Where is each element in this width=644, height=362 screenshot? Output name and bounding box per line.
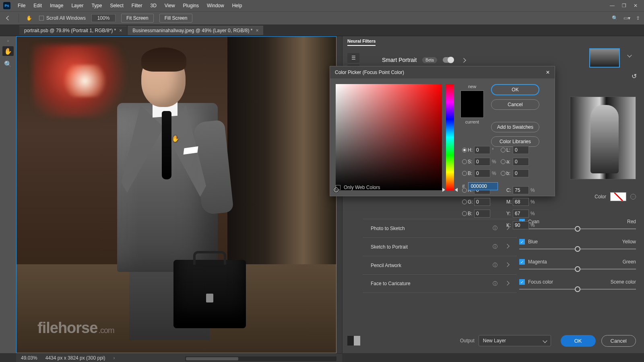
m-field[interactable]: 68 [513, 198, 529, 206]
maximize-icon[interactable]: ❐ [622, 3, 626, 8]
menu-window[interactable]: Window [204, 1, 227, 10]
c-field[interactable]: 75 [513, 186, 529, 194]
bv-field[interactable]: 0 [474, 169, 490, 177]
workspace-icon[interactable]: ▭▾ [623, 15, 630, 21]
fit-screen-button[interactable]: Fit Screen [121, 14, 154, 23]
cancel-button[interactable]: Cancel [601, 335, 636, 347]
panel-tab-neural-filters[interactable]: Neural Filters [347, 39, 376, 46]
home-back-button[interactable] [4, 14, 13, 23]
slider-knob[interactable] [575, 246, 580, 252]
menu-plugins[interactable]: Plugins [180, 1, 202, 10]
chevron-right-icon[interactable] [506, 243, 509, 250]
fill-screen-button[interactable]: Fill Screen [159, 14, 193, 23]
picker-cancel-button[interactable]: Cancel [491, 99, 539, 110]
share-icon[interactable]: ⇪ [636, 15, 640, 21]
radio-h[interactable] [462, 148, 467, 152]
minimize-icon[interactable]: — [610, 3, 615, 8]
menu-view[interactable]: View [161, 1, 178, 10]
filter-pencil-artwork[interactable]: Pencil Artwork ⓘ [363, 256, 517, 274]
a-field[interactable]: 0 [513, 158, 529, 166]
checkbox-icon[interactable]: ✓ [519, 279, 525, 285]
chevron-right-icon[interactable] [506, 280, 509, 287]
filter-face-to-caricature[interactable]: Face to Caricature ⓘ [363, 274, 517, 293]
l-field[interactable]: 0 [513, 146, 529, 154]
status-dimensions: 4434 px x 3824 px (300 ppi) [45, 355, 105, 361]
radio-a[interactable] [501, 159, 506, 164]
menu-help[interactable]: Help [229, 1, 246, 10]
info-icon[interactable]: ⓘ [493, 243, 497, 250]
menu-select[interactable]: Select [107, 1, 126, 10]
ok-button[interactable]: OK [561, 335, 596, 347]
tab-close-icon[interactable]: × [256, 28, 258, 33]
color-libraries-button[interactable]: Color Libraries [491, 136, 539, 147]
new-label: new [468, 84, 476, 89]
slider-knob[interactable] [575, 226, 580, 232]
hex-field[interactable]: 000000 [468, 182, 498, 190]
watermark: filehorse.com [37, 319, 114, 337]
menu-type[interactable]: Type [88, 1, 105, 10]
search-icon[interactable]: 🔍 [612, 15, 618, 21]
document-canvas[interactable]: ✋ filehorse.com [16, 36, 336, 353]
tab-portrait[interactable]: portrait.psb @ 79.8% (Portrait 1, RGB/8*… [19, 26, 127, 35]
zoom-tool[interactable]: 🔍 [2, 59, 14, 69]
menu-edit[interactable]: Edit [30, 1, 45, 10]
slider-magenta-green[interactable]: ✓MagentaGreen [519, 259, 636, 271]
menu-layer[interactable]: Layer [68, 1, 87, 10]
slider-knob[interactable] [575, 286, 580, 292]
radio-l[interactable] [501, 148, 506, 152]
document-tabs: portrait.psb @ 79.8% (Portrait 1, RGB/8*… [0, 25, 644, 36]
checkbox-icon[interactable]: ✓ [519, 259, 525, 265]
thumbnail-dropdown-icon[interactable] [628, 52, 631, 58]
hue-slider[interactable] [446, 84, 454, 190]
checkbox-icon[interactable]: ✓ [519, 239, 525, 245]
horizontal-scrollbar[interactable] [185, 356, 336, 361]
slider-focus-scene[interactable]: ✓Focus colorScene color [519, 279, 636, 291]
tab-businessman[interactable]: Businessmaninahallway.jpeg @ 49% (Layer … [128, 26, 263, 35]
zoom-level-field[interactable]: 100% [91, 14, 116, 22]
status-zoom[interactable]: 49.03% [21, 355, 37, 361]
scroll-all-windows-checkbox[interactable]: Scroll All Windows [39, 15, 86, 21]
picker-ok-button[interactable]: OK [491, 84, 539, 95]
s-field[interactable]: 0 [474, 158, 490, 166]
slider-blue-yellow[interactable]: ✓BlueYellow [519, 239, 636, 251]
filter-enable-toggle[interactable] [443, 57, 454, 63]
color-options-icon[interactable]: ⋯ [630, 194, 636, 200]
filter-sketch-to-portrait[interactable]: Sketch to Portrait ⓘ [363, 237, 517, 256]
slider-knob[interactable] [575, 266, 580, 272]
b-field[interactable]: 0 [513, 169, 529, 177]
k-field[interactable]: 90 [513, 221, 529, 229]
reset-icon[interactable]: ↺ [632, 72, 637, 80]
hand-tool[interactable]: ✋ [2, 46, 14, 56]
filter-list-mode-icon[interactable]: ☰ [347, 53, 359, 63]
status-chevron-icon[interactable]: › [113, 355, 115, 361]
next-filter-icon[interactable] [462, 57, 465, 63]
radio-bl[interactable] [462, 211, 467, 216]
dialog-close-icon[interactable]: ✕ [546, 70, 550, 75]
radio-s[interactable] [462, 159, 467, 164]
preview-toggle-button[interactable] [347, 336, 360, 346]
hand-tool-icon[interactable]: ✋ [25, 14, 33, 23]
y-field[interactable]: 67 [513, 210, 529, 218]
h-field[interactable]: 0 [474, 146, 490, 154]
saturation-value-field[interactable] [336, 84, 442, 190]
menu-3d[interactable]: 3D [147, 1, 159, 10]
color-swatch[interactable] [610, 192, 626, 201]
new-current-swatch [460, 90, 484, 118]
menu-image[interactable]: Image [47, 1, 66, 10]
close-icon[interactable]: ✕ [634, 3, 638, 8]
chevron-right-icon[interactable] [506, 262, 509, 269]
radio-g[interactable] [462, 200, 467, 204]
radio-b[interactable] [501, 171, 506, 176]
menu-file[interactable]: File [14, 1, 29, 10]
menu-filter[interactable]: Filter [128, 1, 146, 10]
tab-close-icon[interactable]: × [119, 28, 122, 33]
blue-field[interactable]: 0 [474, 210, 490, 218]
info-icon[interactable]: ⓘ [493, 262, 497, 269]
radio-bv[interactable] [462, 171, 467, 176]
info-icon[interactable]: ⓘ [493, 280, 497, 287]
add-to-swatches-button[interactable]: Add to Swatches [491, 122, 539, 132]
face-thumbnail[interactable] [589, 48, 620, 68]
g-field[interactable]: 0 [474, 198, 490, 206]
output-select[interactable]: New Layer [479, 335, 551, 346]
only-web-colors-checkbox[interactable] [336, 185, 341, 190]
